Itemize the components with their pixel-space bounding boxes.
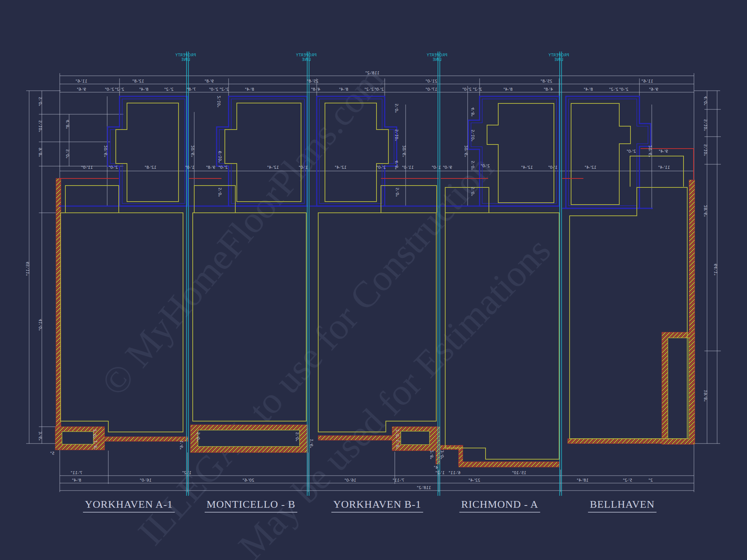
dimension-label: 1'-8" — [396, 440, 400, 449]
dimension-label: 2'-8" — [430, 450, 434, 460]
dimension-label: 20'-6" — [190, 145, 195, 157]
dimension-label: 6'-10" — [218, 151, 222, 163]
dimension-label: 4'-0" — [703, 96, 708, 106]
dimension-label: 2'-0" — [627, 149, 636, 153]
dimension-label: 4'-8" — [544, 87, 553, 91]
dimension-label: 20'-6" — [103, 145, 108, 157]
dimension-label: 5'-2" — [623, 478, 632, 482]
dimension-label: 1'-0" — [299, 165, 308, 169]
property-line-label: PROPERTY — [296, 53, 317, 57]
property-line-label: PROPERTY — [427, 53, 447, 57]
bottom-wall-richmond-a — [459, 462, 559, 467]
dimension-label: 7'-8" — [187, 87, 196, 91]
dimension-label: 5'-0" — [471, 161, 475, 170]
dimension-label: 5'-0" — [471, 187, 475, 196]
dimension-label: 1'-2" — [182, 470, 192, 475]
dimension-label: 19'-8" — [703, 390, 708, 402]
dimension-label: 8'-4" — [245, 87, 254, 91]
dimension-label: 12'-8" — [132, 79, 144, 83]
dimension-label: 20'-6" — [648, 145, 653, 157]
dimension-label: 2'-0" — [375, 87, 384, 91]
unit-title: MONTICELLO - B — [207, 498, 295, 510]
dimension-label: 4'-8" — [471, 108, 475, 117]
dimension-label: 118'-2" — [365, 71, 379, 75]
dimension-label: 5'-10" — [703, 119, 708, 131]
dimension-label: 12'-8" — [145, 165, 156, 169]
dimension-label: 11'-0" — [402, 165, 414, 169]
unit-title: RICHMOND - A — [461, 498, 538, 510]
bottom-wall-yorkhaven-a1 — [98, 437, 188, 441]
dimension-label: 9'-8" — [205, 79, 214, 83]
floorplan-canvas: © MyHomeFloorPlans.comILLEGAL to use for… — [0, 0, 747, 560]
unit-title: BELLHAVEN — [590, 498, 654, 510]
dimension-label: 2'-0" — [376, 165, 386, 169]
dimension-label: 2'-2" — [164, 87, 174, 91]
dimension-label: 2'-0" — [619, 87, 629, 91]
dimension-label: 25'-8" — [540, 79, 552, 83]
dimension-label: 4'-8" — [394, 161, 399, 170]
dimension-label: 9'-0" — [443, 165, 452, 169]
dimension-label: 11'-0" — [81, 165, 93, 169]
property-line-label: PROPERTY — [548, 53, 569, 57]
dimension-label: 9'-6" — [649, 87, 658, 91]
dimension-label: 20'-6" — [242, 478, 254, 482]
property-line-label: LINE — [181, 57, 190, 62]
dimension-label: 12'-4" — [267, 165, 279, 169]
dimension-label: 1'-6" — [179, 441, 184, 450]
dimension-label: 2'-2" — [365, 87, 374, 91]
dimension-label: 41'-0" — [38, 319, 43, 331]
dimension-label: 25'-8" — [307, 79, 319, 83]
dimension-label: 2'-2" — [115, 87, 124, 91]
dimension-label: 1'-6" — [309, 439, 314, 448]
dimension-label: 5'-10" — [38, 120, 43, 132]
dimension-label: 12'-4" — [585, 165, 596, 169]
dimension-label: 2'-10" — [217, 96, 221, 108]
dimension-label: 2'-2" — [220, 87, 229, 91]
dimension-label: 5'-0" — [65, 149, 70, 159]
dimension-label: 2'-0" — [481, 164, 490, 168]
dimension-label: 8'-4" — [72, 478, 81, 482]
property-line-label: LINE — [302, 57, 311, 62]
dimension-label: 17'-0" — [425, 87, 437, 91]
deck-bellhaven-inner — [668, 338, 689, 439]
dimension-label: 1'-0" — [432, 165, 441, 169]
dimension-label: 9'-8" — [38, 148, 43, 157]
dimension-label: 9'-6" — [77, 87, 86, 91]
property-line-label: LINE — [554, 57, 563, 62]
dimension-label: 8'-4" — [339, 87, 348, 91]
porch-yorkhaven-a1-inner — [62, 432, 93, 444]
dimension-label: 3'-6" — [38, 432, 43, 441]
dimension-label: 5'-0" — [38, 97, 43, 106]
dimension-label: 5'-0" — [218, 188, 222, 197]
dimension-label: 65'-11" — [25, 262, 30, 276]
dimension-label: 9'-4" — [659, 149, 668, 153]
dimension-label: 5'-10" — [394, 129, 399, 141]
dimension-label: 16'-0" — [140, 478, 152, 482]
porch-yorkhaven-b1-inner — [401, 431, 430, 445]
dimension-label: 5" — [50, 451, 55, 455]
dimension-label: 5'-10" — [471, 130, 475, 141]
dimension-label: 12'-4" — [521, 165, 533, 169]
unit-title: YORKHAVEN B-1 — [333, 498, 421, 510]
dimension-label: 20'-6" — [464, 145, 468, 157]
dimension-label: 8'-4" — [139, 87, 149, 91]
dimension-label: 5'-0" — [295, 432, 300, 442]
dimension-label: 2'-0" — [105, 87, 114, 91]
dimension-label: 1'-8" — [93, 441, 98, 450]
dimension-label: 4'-8" — [65, 120, 70, 129]
dimension-label: 7'-11" — [393, 478, 405, 482]
dimension-label: 2'-0" — [209, 87, 218, 91]
dimension-label: 11'-6" — [641, 79, 653, 83]
dimension-label: 7'-11" — [71, 470, 83, 475]
dimension-label: 4" — [434, 465, 438, 470]
dimension-label: 4'-8" — [311, 87, 320, 91]
dimension-label: 64'-1" — [713, 264, 718, 276]
dimension-label: 5'-0" — [196, 432, 201, 442]
dimension-label: 1'-0" — [185, 165, 195, 169]
unit-title: YORKHAVEN A-1 — [85, 498, 173, 510]
bottom-wall-yorkhaven-b1 — [318, 436, 394, 440]
dimension-label: 18'-4" — [577, 478, 589, 482]
dimension-label: 1'-0" — [548, 165, 558, 169]
dimension-label: 12'-4" — [335, 165, 347, 169]
dimension-label: 22'-4" — [468, 478, 480, 482]
